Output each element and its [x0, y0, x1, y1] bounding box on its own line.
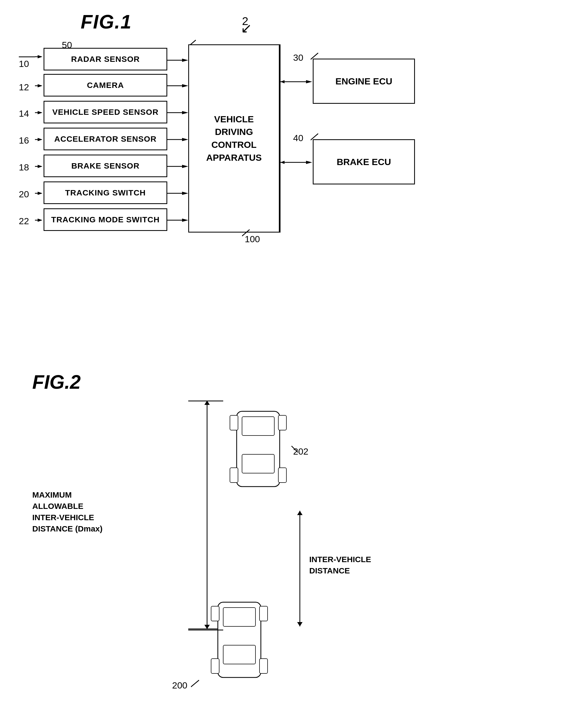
- svg-rect-27: [230, 468, 238, 483]
- svg-rect-33: [211, 606, 219, 621]
- road-line: [188, 630, 223, 630]
- svg-rect-35: [211, 659, 219, 673]
- tracking-mode-switch-box: TRACKING MODE SWITCH: [44, 208, 167, 231]
- brake-ecu-ref: 40: [293, 133, 303, 143]
- fig1-title: FIG.1: [81, 11, 132, 33]
- accelerator-sensor-box: ACCELERATOR SENSOR: [44, 128, 167, 150]
- radar-sensor-box: RADAR SENSOR: [44, 48, 167, 70]
- engine-ecu-box: ENGINE ECU: [313, 59, 415, 104]
- vehicle-driving-control-apparatus-box: VEHICLEDRIVINGCONTROLAPPARATUS: [188, 44, 280, 233]
- svg-rect-25: [230, 415, 238, 430]
- ref-14-label: 14: [19, 108, 29, 119]
- vehicle-speed-sensor-box: VEHICLE SPEED SENSOR: [44, 101, 167, 123]
- car-200-svg: [210, 591, 269, 694]
- ref-2-arrow-icon: ↙: [241, 22, 252, 35]
- ref-200-label: 200: [172, 680, 187, 691]
- engine-ecu-ref: 30: [293, 52, 303, 63]
- inter-vehicle-distance-label: INTER-VEHICLEDISTANCE: [309, 554, 371, 576]
- svg-line-15: [242, 230, 249, 236]
- car-202-svg: [228, 401, 288, 503]
- ref-22-label: 22: [19, 216, 29, 226]
- svg-rect-34: [259, 606, 267, 621]
- svg-rect-26: [278, 415, 287, 430]
- svg-rect-28: [278, 468, 287, 483]
- vertical-separator-line: [280, 44, 280, 233]
- ref-10-label: 10: [19, 59, 29, 69]
- brake-ecu-box: BRAKE ECU: [313, 139, 415, 184]
- ref-18-label: 18: [19, 162, 29, 173]
- svg-rect-32: [223, 645, 255, 664]
- brake-sensor-box: BRAKE SENSOR: [44, 155, 167, 177]
- center-box-ref: 50: [62, 40, 72, 50]
- svg-rect-31: [223, 608, 255, 626]
- svg-rect-23: [242, 417, 274, 436]
- ref-20-label: 20: [19, 189, 29, 199]
- fig2-title: FIG.2: [32, 371, 81, 393]
- tracking-switch-box: TRACKING SWITCH: [44, 181, 167, 204]
- max-distance-label: MAXIMUM ALLOWABLEINTER-VEHICLEDISTANCE (…: [32, 489, 124, 534]
- svg-rect-24: [242, 454, 274, 473]
- svg-line-37: [191, 680, 199, 687]
- camera-box: CAMERA: [44, 74, 167, 97]
- svg-rect-36: [259, 659, 267, 673]
- ref-16-label: 16: [19, 135, 29, 146]
- ref-12-label: 12: [19, 82, 29, 92]
- svg-line-29: [292, 446, 298, 452]
